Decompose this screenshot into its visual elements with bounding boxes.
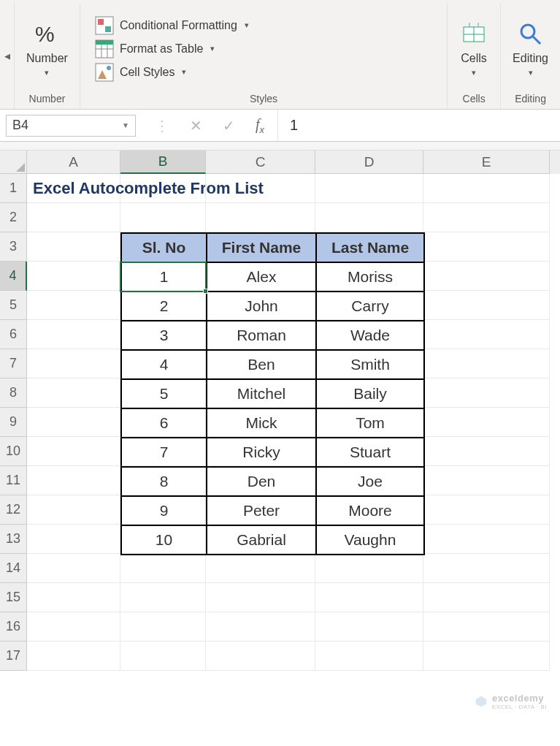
column-header-A[interactable]: A: [27, 151, 120, 174]
cell-A7[interactable]: [27, 349, 120, 378]
cell-B17[interactable]: [120, 642, 206, 671]
cell-E4[interactable]: [423, 262, 550, 291]
ribbon-collapse-handle[interactable]: ◂: [0, 3, 15, 109]
cell-A2[interactable]: [27, 203, 120, 232]
cells-button[interactable]: Cells ▾: [458, 17, 490, 80]
cell-D16[interactable]: [315, 612, 423, 642]
table-cell[interactable]: 1: [121, 262, 207, 292]
select-all-corner[interactable]: [0, 151, 27, 174]
cell-A11[interactable]: [27, 466, 120, 495]
cell-B15[interactable]: [120, 583, 206, 612]
table-cell[interactable]: 10: [121, 525, 207, 555]
table-cell[interactable]: Peter: [207, 496, 316, 525]
row-header-8[interactable]: 8: [0, 378, 27, 408]
table-cell[interactable]: 6: [121, 408, 207, 438]
row-header-9[interactable]: 9: [0, 408, 27, 437]
table-cell[interactable]: 5: [121, 379, 207, 408]
cell-D1[interactable]: [315, 174, 423, 203]
cell-E3[interactable]: [423, 232, 550, 262]
cell-E6[interactable]: [423, 320, 550, 349]
table-cell[interactable]: Baily: [316, 379, 424, 408]
row-header-17[interactable]: 17: [0, 642, 27, 671]
cell-B16[interactable]: [120, 612, 206, 642]
cell-A16[interactable]: [27, 612, 120, 642]
column-header-E[interactable]: E: [423, 151, 550, 174]
cell-A12[interactable]: [27, 495, 120, 525]
cell-A3[interactable]: [27, 232, 120, 262]
cell-E5[interactable]: [423, 291, 550, 320]
cell-C2[interactable]: [206, 203, 315, 232]
cell-E7[interactable]: [423, 349, 550, 378]
cell-E11[interactable]: [423, 466, 550, 495]
table-cell[interactable]: Stuart: [316, 438, 424, 467]
row-header-11[interactable]: 11: [0, 466, 27, 495]
row-header-16[interactable]: 16: [0, 612, 27, 642]
name-box[interactable]: B4 ▼: [6, 115, 136, 137]
cell-C17[interactable]: [206, 642, 315, 671]
cell-E17[interactable]: [423, 642, 550, 671]
table-cell[interactable]: Carry: [316, 292, 424, 321]
cell-A8[interactable]: [27, 378, 120, 408]
cell-E13[interactable]: [423, 525, 550, 554]
table-header[interactable]: First Name: [207, 233, 316, 262]
row-header-10[interactable]: 10: [0, 437, 27, 466]
table-cell[interactable]: Roman: [207, 321, 316, 350]
cell-C16[interactable]: [206, 612, 315, 642]
table-cell[interactable]: Joe: [316, 467, 424, 496]
row-header-7[interactable]: 7: [0, 349, 27, 378]
table-cell[interactable]: Wade: [316, 321, 424, 350]
conditional-formatting-button[interactable]: Conditional Formatting ▾: [95, 16, 249, 35]
table-cell[interactable]: Vaughn: [316, 525, 424, 555]
cell-E15[interactable]: [423, 583, 550, 612]
cell-E16[interactable]: [423, 612, 550, 642]
table-header[interactable]: Sl. No: [121, 233, 207, 262]
cell-D17[interactable]: [315, 642, 423, 671]
cell-A10[interactable]: [27, 437, 120, 466]
row-header-14[interactable]: 14: [0, 554, 27, 583]
table-cell[interactable]: Gabrial: [207, 525, 316, 555]
editing-button[interactable]: Editing ▾: [511, 17, 550, 80]
cell-A5[interactable]: [27, 291, 120, 320]
table-cell[interactable]: Ben: [207, 350, 316, 379]
row-header-13[interactable]: 13: [0, 525, 27, 554]
cancel-icon[interactable]: ✕: [190, 117, 202, 134]
format-as-table-button[interactable]: Format as Table ▾: [95, 39, 215, 58]
cell-D2[interactable]: [315, 203, 423, 232]
cell-E12[interactable]: [423, 495, 550, 525]
worksheet[interactable]: ABCDE 1Excel Autocomplete From List23456…: [0, 151, 560, 720]
cell-B2[interactable]: [120, 203, 206, 232]
row-header-5[interactable]: 5: [0, 291, 27, 320]
table-cell[interactable]: Mitchel: [207, 379, 316, 408]
cell-A14[interactable]: [27, 554, 120, 583]
cell-A1[interactable]: Excel Autocomplete From List: [27, 174, 120, 203]
cell-A15[interactable]: [27, 583, 120, 612]
table-cell[interactable]: Tom: [316, 408, 424, 438]
row-header-4[interactable]: 4: [0, 262, 27, 291]
table-cell[interactable]: 7: [121, 438, 207, 467]
number-format-button[interactable]: % Number ▾: [25, 17, 69, 80]
table-cell[interactable]: Ricky: [207, 438, 316, 467]
row-header-6[interactable]: 6: [0, 320, 27, 349]
table-cell[interactable]: Den: [207, 467, 316, 496]
table-cell[interactable]: 8: [121, 467, 207, 496]
table-cell[interactable]: 3: [121, 321, 207, 350]
table-cell[interactable]: 4: [121, 350, 207, 379]
cell-E10[interactable]: [423, 437, 550, 466]
cell-B1[interactable]: [120, 174, 206, 203]
table-header[interactable]: Last Name: [316, 233, 424, 262]
cell-C14[interactable]: [206, 554, 315, 583]
cell-A13[interactable]: [27, 525, 120, 554]
table-cell[interactable]: Mick: [207, 408, 316, 438]
table-cell[interactable]: 2: [121, 292, 207, 321]
column-header-B[interactable]: B: [120, 151, 206, 174]
cell-A17[interactable]: [27, 642, 120, 671]
table-cell[interactable]: Smith: [316, 350, 424, 379]
cell-D15[interactable]: [315, 583, 423, 612]
cell-C15[interactable]: [206, 583, 315, 612]
column-header-C[interactable]: C: [206, 151, 315, 174]
cell-E1[interactable]: [423, 174, 550, 203]
table-cell[interactable]: Alex: [207, 262, 316, 292]
cell-C1[interactable]: [206, 174, 315, 203]
cell-A6[interactable]: [27, 320, 120, 349]
cell-B14[interactable]: [120, 554, 206, 583]
